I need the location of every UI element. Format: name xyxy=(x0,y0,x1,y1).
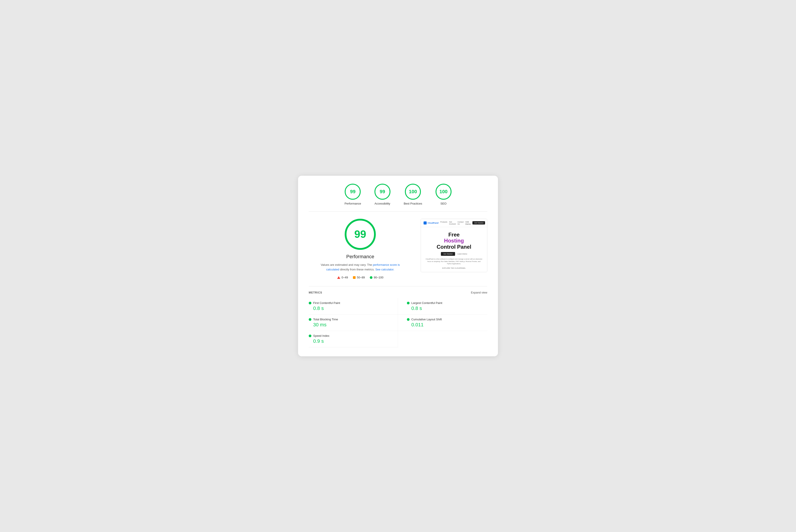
metrics-title: METRICS xyxy=(309,291,322,294)
metric-label: Largest Contentful Paint xyxy=(411,301,442,305)
preview-desc: CloudPanel is a free software to configu… xyxy=(425,258,483,265)
description-text: Values are estimated and may vary. The p… xyxy=(318,263,402,272)
legend-row: 0–49 50–89 90–100 xyxy=(337,276,383,279)
metric-value: 0.011 xyxy=(407,322,487,328)
metric-label-row: Cumulative Layout Shift xyxy=(407,318,487,321)
metric-label: Total Blocking Time xyxy=(313,318,338,321)
metric-dot xyxy=(407,318,410,321)
triangle-icon xyxy=(337,276,340,279)
score-circle-best-practices: 100 xyxy=(405,184,421,200)
score-label-seo: SEO xyxy=(440,202,447,205)
metrics-grid: First Contentful Paint 0.8 s Largest Con… xyxy=(309,298,487,347)
preview-heading: Free Hosting Control Panel xyxy=(425,232,483,250)
metric-label-row: Speed Index xyxy=(309,334,389,338)
preview-nav-link: Contact Us xyxy=(457,221,464,225)
preview-learn-demo: Learn Demo xyxy=(457,252,467,256)
heading-hosting: Hosting xyxy=(444,238,464,244)
preview-use-demo: Use Demo xyxy=(465,221,471,225)
metric-dot xyxy=(309,335,311,337)
metric-value: 0.9 s xyxy=(309,338,389,344)
preview-nav: CloudPanel ProductsGet InvolvedContact U… xyxy=(421,219,487,227)
score-item-accessibility: 99 Accessibility xyxy=(375,184,391,205)
legend-item-average: 50–89 xyxy=(353,276,365,279)
metrics-section: METRICS Expand view First Contentful Pai… xyxy=(309,286,487,347)
metrics-header: METRICS Expand view xyxy=(309,291,487,294)
preview-nav-link: Products xyxy=(440,221,448,225)
big-score-circle: 99 xyxy=(345,219,376,250)
left-section: 99 Performance Values are estimated and … xyxy=(309,219,412,279)
score-item-best-practices: 100 Best Practices xyxy=(404,184,422,205)
section-title: Performance xyxy=(346,254,374,260)
score-circle-performance: 99 xyxy=(345,184,361,200)
preview-get-started-nav: Get Started xyxy=(472,221,485,225)
score-label-accessibility: Accessibility xyxy=(375,202,390,205)
main-card: 99 Performance 99 Accessibility 100 Best… xyxy=(298,176,498,357)
main-content: 99 Performance Values are estimated and … xyxy=(309,219,487,279)
score-item-performance: 99 Performance xyxy=(344,184,361,205)
score-number-seo: 100 xyxy=(439,189,448,194)
score-circle-accessibility: 99 xyxy=(375,184,391,200)
metric-item: Speed Index 0.9 s xyxy=(309,331,398,347)
big-score-value: 99 xyxy=(354,228,366,240)
score-circle-seo: 100 xyxy=(436,184,452,200)
legend-range-good: 90–100 xyxy=(374,276,383,279)
score-row: 99 Performance 99 Accessibility 100 Best… xyxy=(309,184,487,212)
metric-dot xyxy=(407,302,410,304)
site-preview: CloudPanel ProductsGet InvolvedContact U… xyxy=(421,219,487,272)
metric-value: 0.8 s xyxy=(309,305,389,311)
legend-range-average: 50–89 xyxy=(357,276,365,279)
preview-explore: EXPLORE THE CLOUDPANEL xyxy=(425,267,483,269)
preview-logo: CloudPanel xyxy=(423,222,439,225)
logo-icon xyxy=(423,222,427,225)
legend-item-good: 90–100 xyxy=(370,276,383,279)
preview-cta-btn: Get Started xyxy=(441,252,455,256)
score-label-performance: Performance xyxy=(344,202,361,205)
metric-label: Speed Index xyxy=(313,334,329,338)
metric-label-row: Total Blocking Time xyxy=(309,318,389,321)
metric-dot xyxy=(309,318,311,321)
preview-nav-links: ProductsGet InvolvedContact Us xyxy=(440,221,464,225)
legend-range-fail: 0–49 xyxy=(342,276,348,279)
metric-label: Cumulative Layout Shift xyxy=(411,318,442,321)
expand-view-btn[interactable]: Expand view xyxy=(471,291,487,294)
preview-buttons: Get Started Learn Demo xyxy=(425,252,483,256)
heading-control-panel: Control Panel xyxy=(437,244,471,250)
score-number-accessibility: 99 xyxy=(380,189,385,194)
metric-item: Largest Contentful Paint 0.8 s xyxy=(398,298,487,315)
score-label-best-practices: Best Practices xyxy=(404,202,422,205)
metric-label: First Contentful Paint xyxy=(313,301,340,305)
calculator-link[interactable]: See calculator. xyxy=(375,268,394,271)
preview-body: Free Hosting Control Panel Get Started L… xyxy=(421,227,487,272)
square-icon xyxy=(353,276,356,279)
preview-nav-link: Get Involved xyxy=(449,221,456,225)
metric-item: First Contentful Paint 0.8 s xyxy=(309,298,398,315)
metric-label-row: Largest Contentful Paint xyxy=(407,301,487,305)
preview-logo-text: CloudPanel xyxy=(428,222,439,224)
metric-dot xyxy=(309,302,311,304)
metric-label-row: First Contentful Paint xyxy=(309,301,389,305)
score-number-performance: 99 xyxy=(350,189,355,194)
heading-free: Free xyxy=(448,232,460,238)
metric-value: 30 ms xyxy=(309,322,389,328)
score-item-seo: 100 SEO xyxy=(436,184,452,205)
metric-item: Total Blocking Time 30 ms xyxy=(309,315,398,331)
legend-item-fail: 0–49 xyxy=(337,276,348,279)
circle-icon xyxy=(370,276,373,279)
metric-value: 0.8 s xyxy=(407,305,487,311)
score-number-best-practices: 100 xyxy=(409,189,417,194)
metric-item: Cumulative Layout Shift 0.011 xyxy=(398,315,487,331)
